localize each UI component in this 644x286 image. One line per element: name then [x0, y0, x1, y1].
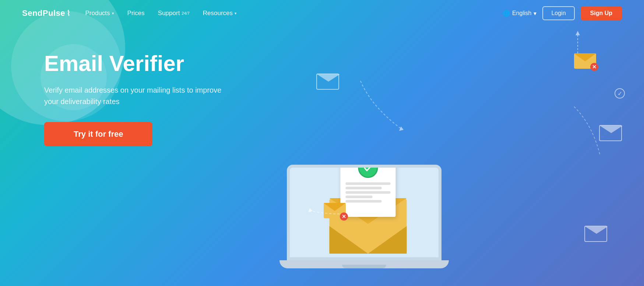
products-chevron-icon: ▾	[112, 11, 114, 16]
hero-illustration: ✕ ✕ ✓	[276, 0, 644, 286]
nav-right: 🌐 English ▾ Login Sign Up	[503, 6, 622, 20]
svg-marker-0	[399, 126, 404, 131]
lang-chevron-icon: ▾	[534, 10, 536, 17]
up-arrow	[570, 29, 585, 55]
dashed-path-right	[563, 96, 629, 169]
letter-line-2	[346, 187, 382, 189]
letter-line-3	[346, 191, 391, 194]
error-badge-left: ✕	[340, 212, 348, 221]
error-badge-right: ✕	[590, 63, 598, 71]
signup-button[interactable]: Sign Up	[581, 6, 622, 20]
logo-text: SendPulse	[22, 8, 65, 18]
check-circle	[358, 165, 378, 178]
logo[interactable]: SendPulse ⌇	[22, 8, 70, 18]
dashed-path-bottom	[298, 198, 372, 227]
letter-line-1	[346, 182, 391, 185]
checkmark-icon	[363, 165, 374, 174]
hero-content: Email Verifier Verify email addresses on…	[44, 51, 228, 146]
cta-button[interactable]: Try it for free	[44, 122, 152, 146]
resources-chevron-icon: ▾	[235, 11, 237, 16]
dashed-path-left	[305, 59, 416, 132]
navbar: SendPulse ⌇ Products ▾ Prices Support24/…	[0, 0, 644, 26]
language-selector[interactable]: 🌐 English ▾	[503, 10, 536, 17]
nav-prices[interactable]: Prices	[127, 10, 145, 17]
outline-envelope-bottom-right	[584, 226, 607, 242]
nav-support[interactable]: Support24/7	[158, 10, 190, 17]
globe-icon: 🌐	[503, 10, 510, 17]
envelope-fold-right	[368, 226, 407, 254]
nav-products[interactable]: Products ▾	[85, 10, 114, 17]
nav-links: Products ▾ Prices Support24/7 Resources …	[85, 10, 502, 17]
envelope-error-top-right: ✕	[574, 53, 596, 70]
svg-marker-3	[576, 31, 580, 35]
svg-marker-1	[308, 208, 313, 212]
login-button[interactable]: Login	[542, 6, 574, 20]
laptop-base	[279, 260, 449, 268]
nav-resources[interactable]: Resources ▾	[203, 10, 237, 17]
hero-background: SendPulse ⌇ Products ▾ Prices Support24/…	[0, 0, 644, 286]
envelope-fold-left	[330, 226, 368, 254]
logo-pulse-icon: ⌇	[67, 9, 71, 18]
hero-title: Email Verifier	[44, 51, 228, 76]
hero-subtitle: Verify email addresses on your mailing l…	[44, 85, 228, 107]
